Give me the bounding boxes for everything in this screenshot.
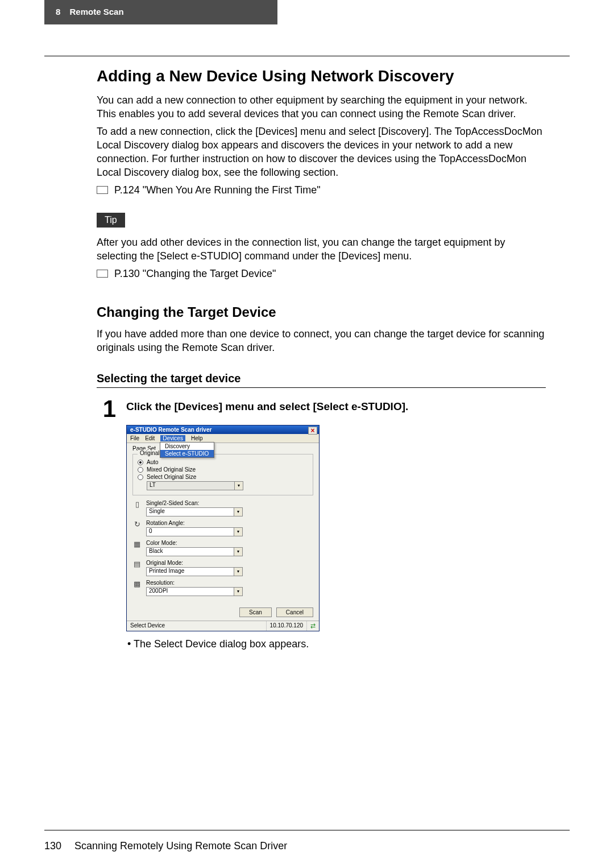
tip-text: After you add other devices in the conne… bbox=[97, 235, 546, 263]
original-size-group: Original Size Auto Mixed Original Size S… bbox=[132, 454, 313, 495]
rotation-combo[interactable]: 0 ▾ bbox=[146, 527, 243, 536]
radio-off-icon bbox=[138, 474, 143, 480]
tip-label: Tip bbox=[97, 213, 125, 228]
step-row: 1 Click the [Devices] menu and select [S… bbox=[97, 398, 546, 420]
rotation-icon: ↻ bbox=[132, 520, 142, 531]
dialog-titlebar: e-STUDIO Remote Scan driver × bbox=[127, 425, 319, 434]
size-combo: LT ▾ bbox=[147, 481, 243, 490]
chevron-down-icon: ▾ bbox=[234, 548, 242, 556]
step-title: Click the [Devices] menu and select [Sel… bbox=[126, 398, 408, 413]
color-label: Color Mode: bbox=[146, 540, 313, 546]
sided-combo[interactable]: Single ▾ bbox=[146, 507, 243, 516]
color-icon: ▦ bbox=[132, 540, 142, 551]
ref-1-text: P.124 "When You Are Running the First Ti… bbox=[114, 184, 321, 196]
dialog-title-text: e-STUDIO Remote Scan driver bbox=[130, 427, 211, 433]
resolution-field: ▩ Resolution: 200DPI ▾ bbox=[132, 580, 313, 596]
scan-button[interactable]: Scan bbox=[239, 607, 272, 617]
para-3: If you have added more than one device t… bbox=[97, 327, 546, 355]
dialog-statusbar: Select Device 10.10.70.120 ⇄ bbox=[127, 621, 319, 631]
dialog-buttons: Scan Cancel bbox=[127, 604, 319, 621]
chevron-down-icon: ▾ bbox=[234, 508, 242, 516]
chevron-down-icon: ▾ bbox=[234, 528, 242, 536]
sided-label: Single/2-Sided Scan: bbox=[146, 500, 313, 506]
chevron-down-icon: ▾ bbox=[234, 482, 243, 490]
submenu-discovery[interactable]: Discovery bbox=[160, 443, 214, 450]
menu-devices[interactable]: Devices bbox=[160, 435, 185, 441]
content: Adding a New Device Using Network Discov… bbox=[97, 67, 546, 650]
origmode-label: Original Mode: bbox=[146, 560, 313, 566]
submenu-select-estudio[interactable]: Select e-STUDIO bbox=[160, 450, 214, 457]
menu-edit[interactable]: Edit bbox=[145, 435, 155, 441]
rotation-value: 0 bbox=[147, 528, 234, 536]
rotation-field: ↻ Rotation Angle: 0 ▾ bbox=[132, 520, 313, 536]
radio-auto-label: Auto bbox=[147, 459, 159, 465]
rule-bottom bbox=[44, 830, 570, 830]
radio-auto-row[interactable]: Auto bbox=[138, 459, 308, 465]
book-ref-2: P.130 "Changing the Target Device" bbox=[97, 267, 546, 280]
remote-scan-dialog: e-STUDIO Remote Scan driver × File Edit … bbox=[126, 425, 320, 631]
color-field: ▦ Color Mode: Black ▾ bbox=[132, 540, 313, 556]
resolution-label: Resolution: bbox=[146, 580, 313, 586]
origmode-value: Printed Image bbox=[147, 568, 234, 576]
dialog-body: Discovery Select e-STUDIO Page Set Origi… bbox=[127, 443, 319, 604]
book-ref-1: P.124 "When You Are Running the First Ti… bbox=[97, 183, 546, 197]
heading-3: Selecting the target device bbox=[97, 372, 546, 388]
origmode-icon: ▤ bbox=[132, 560, 142, 571]
rotation-label: Rotation Angle: bbox=[146, 520, 313, 526]
chevron-down-icon: ▾ bbox=[234, 568, 242, 576]
dialog-menubar: File Edit Devices Help bbox=[127, 434, 319, 443]
resolution-icon: ▩ bbox=[132, 580, 142, 591]
color-value: Black bbox=[147, 548, 234, 556]
footer: 130 Scanning Remotely Using Remote Scan … bbox=[44, 840, 287, 852]
radio-on-icon bbox=[138, 460, 143, 465]
heading-1: Adding a New Device Using Network Discov… bbox=[97, 67, 546, 85]
footer-title: Scanning Remotely Using Remote Scan Driv… bbox=[74, 840, 287, 852]
page-number: 130 bbox=[44, 840, 61, 852]
chevron-down-icon: ▾ bbox=[234, 588, 242, 596]
resolution-combo[interactable]: 200DPI ▾ bbox=[146, 587, 243, 596]
chapter-number: 8 bbox=[56, 7, 60, 16]
dialog-screenshot: e-STUDIO Remote Scan driver × File Edit … bbox=[126, 425, 546, 631]
radio-mixed-row[interactable]: Mixed Original Size bbox=[138, 466, 308, 473]
sided-field: ▯ Single/2-Sided Scan: Single ▾ bbox=[132, 500, 313, 516]
origmode-combo[interactable]: Printed Image ▾ bbox=[146, 567, 243, 576]
devices-submenu: Discovery Select e-STUDIO bbox=[160, 442, 214, 458]
chapter-title: Remote Scan bbox=[70, 7, 124, 16]
book-icon bbox=[97, 186, 108, 194]
header-tab: 8 Remote Scan bbox=[44, 0, 277, 24]
color-combo[interactable]: Black ▾ bbox=[146, 547, 243, 556]
menu-help[interactable]: Help bbox=[191, 435, 203, 441]
connection-icon: ⇄ bbox=[307, 621, 319, 631]
status-left: Select Device bbox=[127, 621, 267, 631]
radio-mixed-label: Mixed Original Size bbox=[147, 466, 196, 473]
radio-off-icon bbox=[138, 467, 143, 473]
resolution-value: 200DPI bbox=[147, 588, 234, 596]
radio-select-label: Select Original Size bbox=[147, 474, 196, 480]
size-combo-text: LT bbox=[147, 482, 234, 490]
ref-2-text: P.130 "Changing the Target Device" bbox=[114, 268, 276, 279]
heading-2: Changing the Target Device bbox=[97, 304, 546, 320]
para-1: You can add a new connection to other eq… bbox=[97, 93, 546, 121]
book-icon bbox=[97, 270, 108, 278]
radio-select-row[interactable]: Select Original Size bbox=[138, 474, 308, 480]
step-number: 1 bbox=[97, 398, 116, 420]
close-icon[interactable]: × bbox=[308, 427, 317, 435]
rule-top bbox=[44, 56, 570, 56]
sided-value: Single bbox=[147, 508, 234, 516]
menu-file[interactable]: File bbox=[130, 435, 139, 441]
para-2: To add a new connection, click the [Devi… bbox=[97, 125, 546, 180]
status-ip: 10.10.70.120 bbox=[267, 621, 307, 631]
origmode-field: ▤ Original Mode: Printed Image ▾ bbox=[132, 560, 313, 576]
sided-icon: ▯ bbox=[132, 500, 142, 511]
after-dialog-text: • The Select Device dialog box appears. bbox=[127, 638, 546, 650]
cancel-button[interactable]: Cancel bbox=[276, 607, 313, 617]
